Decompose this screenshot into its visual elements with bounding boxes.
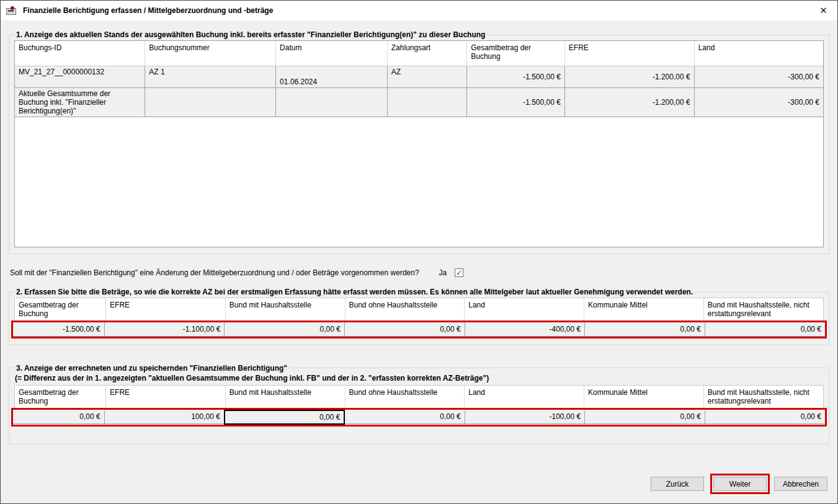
col-buchungsnummer: Buchungsnummer [145, 41, 276, 66]
section-3-filler [14, 427, 824, 438]
value3-efre[interactable]: 100,00 € [104, 410, 225, 424]
input2-efre[interactable]: -1.100,00 € [104, 322, 225, 336]
col2-gesamtbetrag: Gesamtbetrag der Buchung [15, 298, 106, 321]
value3-bund-ohne-hh[interactable]: 0,00 € [344, 410, 465, 424]
col-buchungs-id: Buchungs-ID [15, 41, 145, 66]
input2-bund-mit-hh[interactable]: 0,00 € [225, 322, 345, 336]
cell-empty-1 [145, 87, 276, 117]
col3-efre: EFRE [106, 386, 226, 408]
dialog-button-bar: Zurück Weiter Abbrechen [651, 474, 827, 494]
weiter-button-highlight: Weiter [710, 474, 770, 494]
input2-gesamtbetrag[interactable]: -1.500,00 € [13, 322, 104, 336]
correct-amounts-header: Gesamtbetrag der Buchung EFRE Bund mit H… [14, 298, 824, 321]
dialog-window: Finanzielle Berichtigung erfassen / Mitt… [0, 0, 838, 504]
input2-bund-mit-hh-nicht-erstattung[interactable]: 0,00 € [705, 322, 825, 336]
close-icon: ✕ [819, 5, 827, 16]
col-efre: EFRE [564, 41, 694, 66]
sum-row: Aktuelle Gesamtsumme der Buchung inkl. "… [15, 87, 823, 117]
cell-land: -300,00 € [694, 66, 823, 87]
cell-zahlungsart: AZ [387, 66, 466, 87]
col3-gesamtbetrag: Gesamtbetrag der Buchung [15, 386, 106, 408]
correct-amounts-row: -1.500,00 € -1.100,00 € 0,00 € 0,00 € -4… [13, 322, 825, 336]
col-gesamtbetrag: Gesamtbetrag der Buchung [467, 41, 565, 66]
correction-header-row: Gesamtbetrag der Buchung EFRE Bund mit H… [15, 386, 823, 408]
col-land: Land [694, 41, 823, 66]
col-zahlungsart: Zahlungsart [387, 41, 466, 66]
value3-land[interactable]: -100,00 € [465, 410, 585, 424]
abbrechen-button[interactable]: Abbrechen [774, 477, 827, 491]
cell-sum-gesamtbetrag: -1.500,00 € [467, 87, 565, 117]
value3-gesamtbetrag[interactable]: 0,00 € [13, 410, 104, 424]
correction-row: 0,00 € 100,00 € 0,00 € 0,00 € -100,00 € … [13, 410, 825, 424]
col2-efre: EFRE [106, 298, 226, 321]
booking-row: MV_21_27__0000000132 AZ 1 01.06.2024 AZ … [15, 66, 823, 87]
change-question-row: Soll mit der "Finanziellen Berichtigung"… [10, 267, 837, 279]
app-icon [6, 6, 17, 15]
section-1-groupbox: 1. Anzeige des aktuellen Stands der ausg… [9, 30, 829, 254]
cell-buchungs-id: MV_21_27__0000000132 [15, 66, 145, 87]
cell-sum-efre: -1.200,00 € [564, 87, 694, 117]
input2-land[interactable]: -400,00 € [465, 322, 585, 336]
correction-highlight: 0,00 € 100,00 € 0,00 € 0,00 € -100,00 € … [11, 408, 827, 427]
cell-gesamtbetrag: -1.500,00 € [467, 66, 565, 87]
section-2-legend: 2. Erfassen Sie bitte die Beträge, so wi… [15, 288, 694, 296]
title-bar: Finanzielle Berichtigung erfassen / Mitt… [1, 1, 837, 20]
cell-datum: 01.06.2024 [276, 66, 388, 87]
value3-bund-mit-hh-focused[interactable]: 0,00 € [225, 410, 345, 424]
ja-label: Ja [439, 268, 447, 277]
cell-empty-2 [276, 87, 388, 117]
col3-bund-mit-hh: Bund mit Haushaltsstelle [225, 386, 345, 408]
input2-bund-ohne-hh[interactable]: 0,00 € [344, 322, 465, 336]
app-icon-red-dot [11, 6, 14, 10]
bookings-table-container: Buchungs-ID Buchungsnummer Datum Zahlung… [14, 40, 824, 247]
correct-amounts-header-row: Gesamtbetrag der Buchung EFRE Bund mit H… [15, 298, 823, 321]
section-2-groupbox: 2. Erfassen Sie bitte die Beträge, so wi… [9, 288, 829, 345]
window-title: Finanzielle Berichtigung erfassen / Mitt… [23, 6, 273, 15]
col2-kommunale-mittel: Kommunale Mittel [584, 298, 703, 321]
weiter-button[interactable]: Weiter [713, 477, 767, 491]
value3-kommunale-mittel[interactable]: 0,00 € [585, 410, 705, 424]
bookings-header-row: Buchungs-ID Buchungsnummer Datum Zahlung… [15, 41, 823, 66]
app-icon-slot [8, 10, 14, 12]
section-3-legend-line1: 3. Anzeige der errechneten und zu speich… [15, 364, 288, 373]
col3-kommunale-mittel: Kommunale Mittel [584, 386, 703, 408]
section-3-legend-line2: (= Differenz aus der in 1. angezeigten "… [15, 374, 824, 382]
col2-bund-ohne-hh: Bund ohne Haushaltsstelle [345, 298, 465, 321]
cell-sum-land: -300,00 € [694, 87, 823, 117]
col-datum: Datum [276, 41, 388, 66]
correction-header-table: Gesamtbetrag der Buchung EFRE Bund mit H… [15, 386, 823, 408]
cell-sum-label: Aktuelle Gesamtsumme der Buchung inkl. "… [15, 87, 145, 117]
bookings-table: Buchungs-ID Buchungsnummer Datum Zahlung… [15, 41, 823, 117]
close-button[interactable]: ✕ [809, 1, 837, 20]
col2-bund-mit-hh: Bund mit Haushaltsstelle [225, 298, 345, 321]
correction-row-table: 0,00 € 100,00 € 0,00 € 0,00 € -100,00 € … [13, 410, 825, 425]
cell-efre: -1.200,00 € [564, 66, 694, 87]
input2-kommunale-mittel[interactable]: 0,00 € [585, 322, 705, 336]
change-question-text: Soll mit der "Finanziellen Berichtigung"… [10, 268, 419, 277]
correct-amounts-highlight: -1.500,00 € -1.100,00 € 0,00 € 0,00 € -4… [11, 321, 827, 338]
col3-land: Land [465, 386, 584, 408]
col2-land: Land [465, 298, 584, 321]
section-3-groupbox: 3. Anzeige der errechneten und zu speich… [9, 364, 829, 444]
col3-bund-ohne-hh: Bund ohne Haushaltsstelle [345, 386, 465, 408]
correct-amounts-row-table: -1.500,00 € -1.100,00 € 0,00 € 0,00 € -4… [13, 322, 825, 337]
zurueck-button[interactable]: Zurück [651, 477, 704, 491]
checkmark-icon: ✓ [456, 268, 462, 277]
cell-empty-3 [387, 87, 466, 117]
correct-amounts-header-table: Gesamtbetrag der Buchung EFRE Bund mit H… [15, 298, 823, 321]
section-1-legend: 1. Anzeige des aktuellen Stands der ausg… [15, 30, 486, 39]
col2-bund-mit-hh-nicht-erstattung: Bund mit Haushaltsstelle, nicht erstattu… [703, 298, 823, 321]
ja-checkbox[interactable]: ✓ [455, 268, 463, 277]
col3-bund-mit-hh-nicht-erstattung: Bund mit Haushaltsstelle, nicht erstattu… [703, 386, 823, 408]
value3-bund-mit-hh-nicht-erstattung[interactable]: 0,00 € [705, 410, 825, 424]
cell-buchungsnummer: AZ 1 [145, 66, 276, 87]
correction-header: Gesamtbetrag der Buchung EFRE Bund mit H… [14, 385, 824, 408]
